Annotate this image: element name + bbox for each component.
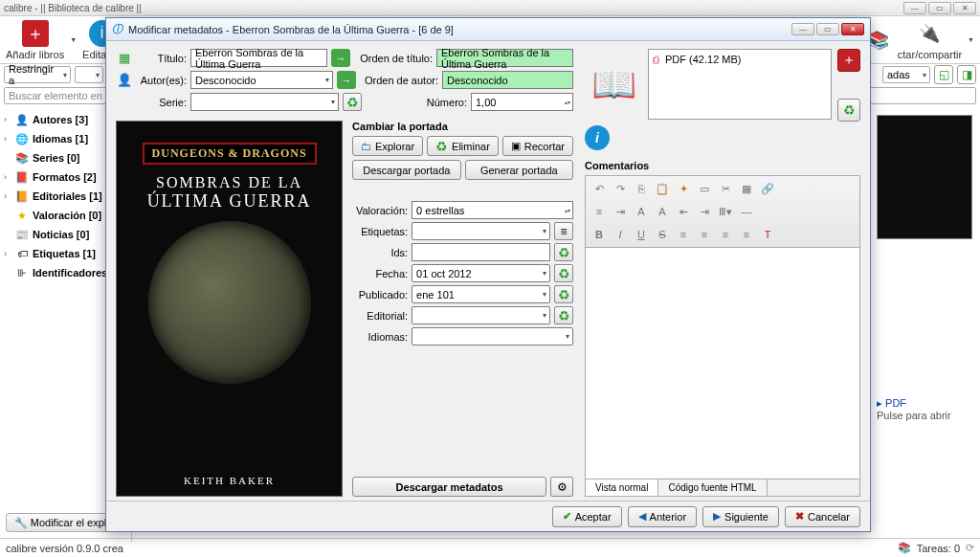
sort-author-input[interactable]: Desconocido (442, 71, 573, 89)
title-input[interactable]: Eberron Sombras de la Última Guerra (190, 49, 327, 67)
remove-format-button[interactable]: ♻ (837, 99, 860, 122)
generate-cover-button[interactable]: Generar portada (465, 160, 573, 180)
maximize-button[interactable]: ▭ (928, 2, 951, 14)
align-right-button[interactable]: ≡ (716, 225, 735, 244)
align-left-button[interactable]: ≡ (674, 225, 693, 244)
restrict-combo[interactable]: Restringir a (4, 66, 71, 83)
format-info-button[interactable]: i (585, 125, 610, 150)
minimize-button[interactable]: — (903, 2, 926, 14)
wrench-icon: 🔧 (14, 517, 28, 529)
view-panel-button[interactable]: ◨ (957, 65, 976, 84)
clear-series-button[interactable]: ♻ (343, 93, 362, 111)
publisher-input[interactable] (412, 306, 550, 324)
font-bg-button[interactable]: A (632, 202, 651, 221)
clear-button[interactable]: ✦ (674, 179, 693, 198)
underline-button[interactable]: U (632, 225, 651, 244)
dialog-minimize-button[interactable]: — (791, 23, 814, 35)
config-metadata-button[interactable]: ⚙ (550, 477, 573, 497)
sort-combo[interactable]: adas (882, 66, 930, 83)
indent2-button[interactable]: ⇥ (695, 202, 714, 221)
tasks-label[interactable]: Tareas: 0 (917, 543, 960, 554)
ids-clear-button[interactable]: ♻ (554, 243, 573, 261)
book-icon[interactable]: 📖 (585, 49, 642, 120)
cover-image[interactable]: DUNGEONS & DRAGONS SOMBRAS DE LA ÚLTIMA … (116, 121, 343, 497)
publisher-clear-button[interactable]: ♻ (554, 306, 573, 324)
published-input[interactable]: ene 101 (412, 285, 550, 303)
delete-cover-button[interactable]: ♻Eliminar (427, 136, 499, 156)
dialog-close-button[interactable]: ✕ (841, 23, 864, 35)
format-pdf[interactable]: ⎙ PDF (42.12 MB) (653, 54, 827, 65)
tags-edit-button[interactable]: ≡ (554, 222, 573, 240)
paste-button[interactable]: 📋 (653, 179, 672, 198)
next-button[interactable]: ▶Siguiente (702, 506, 779, 527)
select-all-button[interactable]: ▭ (695, 179, 714, 198)
browse-cover-button[interactable]: 🗀Explorar (352, 136, 423, 156)
title-label: Título: (137, 53, 187, 64)
rating-input[interactable]: 0 estrellas (412, 201, 573, 219)
text-color-button[interactable]: T (758, 225, 777, 244)
add-books-button[interactable]: ＋ Añadir libros (6, 20, 64, 60)
list-button[interactable]: ≡ (590, 202, 609, 221)
outdent-button[interactable]: ⇤ (674, 202, 693, 221)
connect-button[interactable]: 🔌 ctar/compartir (898, 20, 962, 60)
download-metadata-button[interactable]: Descargar metadatos (352, 477, 546, 497)
trim-cover-button[interactable]: ▣Recortar (502, 136, 573, 156)
previous-button[interactable]: ◀Anterior (628, 506, 698, 527)
bold-button[interactable]: B (590, 225, 609, 244)
library-icon[interactable]: 📚 (898, 542, 911, 554)
tab-html-view[interactable]: Código fuente HTML (658, 479, 767, 496)
dialog-footer: ✔Aceptar ◀Anterior ▶Siguiente ✖Cancelar (106, 501, 870, 531)
image-button[interactable]: ▦ (737, 179, 756, 198)
font-color-button[interactable]: A (653, 202, 672, 221)
bullet-icon: ▸ (877, 397, 882, 409)
info-icon: ⓘ (112, 22, 122, 36)
cut-button[interactable]: ✂ (716, 179, 735, 198)
title-icon: ▦ (116, 50, 133, 67)
sort-title-input[interactable]: Eberron Sombras de la Última Guerra (436, 49, 573, 67)
cancel-icon: ✖ (795, 510, 804, 523)
comments-editor[interactable] (585, 247, 860, 479)
redo-button[interactable]: ↷ (611, 179, 630, 198)
italic-button[interactable]: I (611, 225, 630, 244)
published-clear-button[interactable]: ♻ (554, 285, 573, 303)
number-input[interactable]: 1,00 (471, 93, 573, 111)
plus-icon: ＋ (22, 20, 49, 47)
series-input[interactable] (190, 93, 339, 111)
hr-button[interactable]: — (737, 202, 756, 221)
author-input[interactable]: Desconocido (190, 71, 333, 89)
dropdown-icon[interactable]: ▼ (70, 36, 77, 43)
copy-button[interactable]: ⎘ (632, 179, 651, 198)
dialog-maximize-button[interactable]: ▭ (816, 23, 839, 35)
languages-input[interactable] (412, 327, 573, 345)
heading-button[interactable]: Ⅲ▾ (716, 202, 735, 221)
dropdown-icon[interactable]: ▼ (968, 36, 974, 43)
download-cover-button[interactable]: Descargar portada (352, 160, 460, 180)
recycle-icon: ♻ (346, 95, 359, 110)
cancel-button[interactable]: ✖Cancelar (785, 506, 860, 527)
mini-cover[interactable] (877, 115, 972, 239)
undo-button[interactable]: ↶ (590, 179, 609, 198)
restrict-value-combo[interactable] (75, 66, 103, 83)
align-justify-button[interactable]: ≡ (737, 225, 756, 244)
tags-input[interactable] (412, 222, 550, 240)
indent-button[interactable]: ⇥ (611, 202, 630, 221)
editor-view-tabs: Vista normal Código fuente HTML (585, 479, 860, 497)
strike-button[interactable]: S (653, 225, 672, 244)
swap-title-button[interactable]: → (331, 49, 350, 67)
view-grid-button[interactable]: ◱ (934, 65, 953, 84)
ids-input[interactable] (412, 243, 550, 261)
accept-button[interactable]: ✔Aceptar (552, 506, 622, 527)
dialog-titlebar[interactable]: ⓘ Modificar metadatos - Eberron Sombras … (106, 18, 870, 41)
date-input[interactable]: 01 oct 2012 (412, 264, 550, 282)
close-button[interactable]: ✕ (953, 2, 976, 14)
status-bar: calibre versión 0.9.0 crea 📚 Tareas: 0 ⟳ (0, 538, 980, 557)
add-format-button[interactable]: ＋ (837, 49, 860, 72)
pdf-link[interactable]: PDF (885, 397, 906, 409)
align-center-button[interactable]: ≡ (695, 225, 714, 244)
connect-icon: 🔌 (916, 20, 943, 47)
date-clear-button[interactable]: ♻ (554, 264, 573, 282)
link-button[interactable]: 🔗 (758, 179, 777, 198)
swap-author-button[interactable]: → (337, 71, 356, 89)
tab-normal-view[interactable]: Vista normal (586, 479, 658, 496)
format-list[interactable]: ⎙ PDF (42.12 MB) (648, 49, 832, 120)
